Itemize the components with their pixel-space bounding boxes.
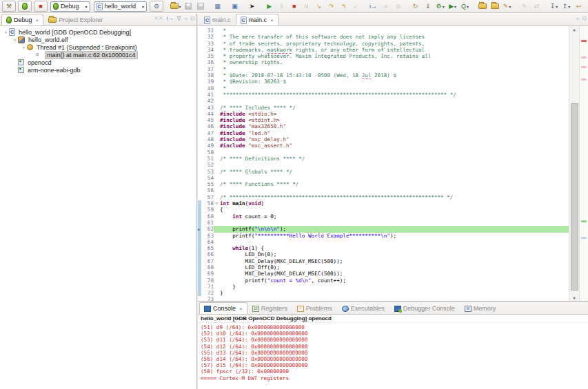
step-return-button[interactable]: ↰: [338, 1, 349, 12]
code-line[interactable]: 71 }: [198, 284, 569, 290]
maximize-icon[interactable]: □: [191, 15, 194, 21]
console-tab-memory[interactable]: MMemory: [460, 302, 501, 314]
editor-margin[interactable]: [198, 277, 203, 284]
code-line[interactable]: 59{: [198, 207, 569, 213]
code-line[interactable]: 58⊖int main(void): [198, 200, 569, 207]
tree-item[interactable]: ▿Chello_world [GDB OpenOCD Debugging]: [0, 28, 196, 36]
expander-icon[interactable]: ▿: [3, 30, 9, 34]
editor-margin[interactable]: [198, 264, 203, 271]
annotation-mark[interactable]: [581, 56, 587, 59]
code-line[interactable]: 42: [198, 98, 569, 104]
code-line[interactable]: 50: [198, 149, 569, 156]
editor-margin[interactable]: [198, 245, 203, 251]
code-line[interactable]: 35 * property whatsoever. Maxim Integrat…: [198, 53, 569, 59]
expander-icon[interactable]: ▿: [21, 45, 27, 50]
open-console-button[interactable]: ▣: [229, 1, 241, 12]
open-folder-button[interactable]: [476, 1, 488, 12]
code-line[interactable]: 72}: [198, 290, 569, 296]
editor-margin[interactable]: [198, 175, 203, 181]
code-line[interactable]: 34 * trademarks, maskwork rights, or any…: [198, 47, 569, 53]
editor-margin[interactable]: [198, 284, 203, 290]
editor-margin[interactable]: [198, 28, 203, 34]
code-line[interactable]: 57/* ***********************************…: [198, 194, 569, 200]
console-tab-console[interactable]: Console×: [199, 302, 247, 314]
instruction-stepping-button[interactable]: i→: [367, 1, 379, 12]
code-line[interactable]: 41 *************************************…: [198, 92, 569, 98]
editor-margin[interactable]: [198, 200, 203, 207]
code-line[interactable]: 49#include "mxc_assert.h": [198, 143, 569, 149]
code-line[interactable]: 31 *: [198, 28, 569, 34]
pointer-mode-button[interactable]: ➤: [246, 1, 258, 12]
maximize-icon[interactable]: □: [582, 15, 586, 21]
editor-margin[interactable]: [198, 271, 203, 277]
view-menu-chevron-icon[interactable]: ▽: [177, 15, 181, 21]
editor-margin[interactable]: [198, 47, 203, 53]
code-line[interactable]: 65 while(1) {: [198, 245, 569, 251]
code-line[interactable]: 56: [198, 187, 569, 193]
resume-button[interactable]: ▶: [263, 1, 275, 12]
code-line[interactable]: 70 printf("count = %d\n", count++);: [198, 277, 569, 284]
code-line[interactable]: 36 * ownership rights.: [198, 59, 569, 65]
tree-item[interactable]: arm-none-eabi-gdb: [0, 66, 196, 74]
editor-margin[interactable]: [198, 53, 203, 59]
editor-tab-main.c[interactable]: Cmain.c: [199, 14, 236, 25]
expander-icon[interactable]: ▿: [12, 37, 18, 42]
code-line[interactable]: 55/* **** Functions **** */: [198, 181, 569, 187]
launch-settings-button[interactable]: ⚙: [150, 1, 163, 12]
code-line[interactable]: 47#include "led.h": [198, 130, 569, 136]
code-line[interactable]: 48#include "mxc_delay.h": [198, 136, 569, 143]
console-tab-executables[interactable]: Executables: [337, 302, 389, 314]
editor-margin[interactable]: [198, 156, 203, 162]
launch-config-combo[interactable]: Chello_world▾: [94, 1, 148, 12]
previous-annotation-dropdown[interactable]: ↥▾: [560, 1, 572, 12]
code-line[interactable]: 60 int count = 0;: [198, 213, 569, 220]
code-line[interactable]: 61: [198, 220, 569, 226]
console-tab-problems[interactable]: !Problems: [292, 302, 337, 314]
editor-margin[interactable]: [198, 111, 203, 117]
editor-margin[interactable]: [198, 187, 203, 193]
launch-mode-combo[interactable]: Debug▾: [50, 1, 90, 12]
editor-margin[interactable]: [198, 296, 203, 301]
debug-launch-button[interactable]: [18, 1, 32, 12]
last-edit-location-button[interactable]: ↩: [573, 1, 585, 12]
annotate-dropdown[interactable]: ✎▾: [501, 1, 513, 12]
annotation-mark[interactable]: [581, 237, 587, 239]
code-line[interactable]: 37 *: [198, 66, 569, 72]
code-line[interactable]: 68 LED_Off(0);: [198, 264, 569, 271]
instruction-stepping-mode-icon[interactable]: i→: [167, 15, 174, 21]
view-tab-project-explorer[interactable]: Project Explorer: [43, 14, 108, 25]
code-area[interactable]: 31 *32 * The mere transfer of this softw…: [198, 28, 569, 301]
editor-margin[interactable]: [198, 207, 203, 213]
code-line[interactable]: 52: [198, 162, 569, 168]
console-output[interactable]: (51) d9 (/64): 0x0000000000000000(52) d1…: [198, 323, 588, 389]
editor-margin[interactable]: [198, 233, 203, 239]
code-line[interactable]: 45#include <stdint.h>: [198, 117, 569, 123]
editor-margin[interactable]: [198, 72, 203, 78]
build-hammer-button[interactable]: ⚒: [2, 1, 16, 12]
code-line[interactable]: 40 *: [198, 85, 569, 92]
overview-ruler[interactable]: [579, 26, 588, 301]
console-tab-registers[interactable]: 10Registers: [247, 302, 292, 314]
editor-margin[interactable]: [198, 92, 203, 98]
code-line[interactable]: 54: [198, 175, 569, 181]
code-line[interactable]: ▶62 printf("\n\n\n");: [198, 226, 569, 232]
code-line[interactable]: 66 LED_On(0);: [198, 251, 569, 257]
editor-margin[interactable]: [198, 66, 203, 72]
scroll-down-icon[interactable]: ▼: [569, 295, 579, 300]
fold-marker-icon[interactable]: ⊖: [214, 200, 220, 207]
editor-margin[interactable]: [198, 34, 203, 40]
editor-margin[interactable]: [198, 136, 203, 143]
build-all-button[interactable]: ▦: [212, 1, 223, 12]
flash-download-button[interactable]: ⇓: [422, 1, 434, 12]
tree-item-selected[interactable]: ≡main() at main.c:62 0x100001c4: [0, 51, 196, 59]
step-into-button[interactable]: ↘: [313, 1, 325, 12]
editor-scrollbar[interactable]: ▲ ▼: [569, 26, 579, 301]
close-icon[interactable]: ×: [239, 306, 243, 312]
console-tab-debugger-console[interactable]: Debugger Console: [389, 302, 460, 314]
tree-item[interactable]: openocd: [0, 59, 196, 66]
code-line[interactable]: 69 MXC_Delay(MXC_DELAY_MSEC(500));: [198, 271, 569, 277]
open-recent-folder-button[interactable]: [489, 1, 500, 12]
view-tab-debug[interactable]: Debug×: [1, 14, 43, 25]
code-line[interactable]: 53/* **** Globals **** */: [198, 169, 569, 175]
editor-margin[interactable]: [198, 98, 203, 104]
